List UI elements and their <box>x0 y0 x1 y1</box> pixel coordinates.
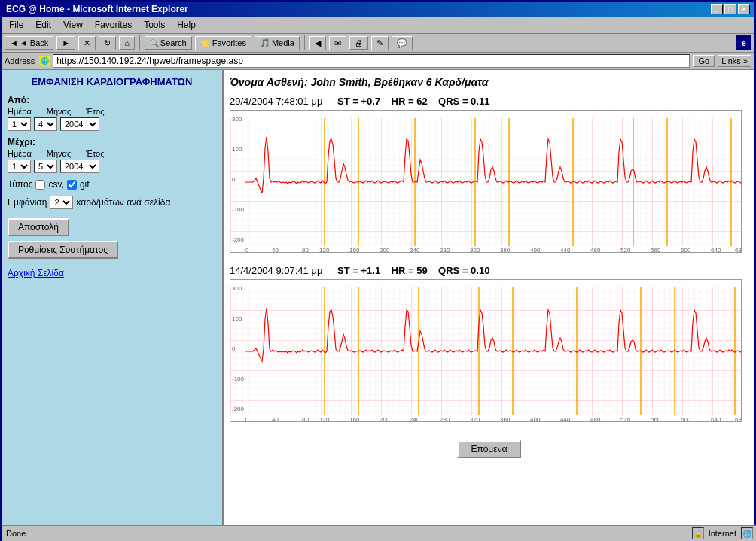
menu-file[interactable]: File <box>5 18 28 32</box>
svg-text:300: 300 <box>232 285 242 292</box>
address-icon: 🌐 <box>39 56 50 66</box>
svg-text:640: 640 <box>711 416 721 422</box>
toolbar-separator <box>139 35 140 50</box>
svg-text:-200: -200 <box>232 236 245 243</box>
left-panel: ΕΜΦΑΝΙΣΗ ΚΑΡΔΙΟΓΡΑΦΗΜΑΤΩΝ Από: Ημέρα Μήν… <box>2 70 224 527</box>
ecg-info-2: 14/4/2004 9:07:41 μμ ST = +1.1 HR = 59 Q… <box>230 265 748 276</box>
window-controls[interactable]: _ □ × <box>711 4 750 14</box>
settings-button[interactable]: Ρυθμίσεις Συστήματος <box>8 241 118 259</box>
from-day-select[interactable]: 1 <box>8 117 31 131</box>
from-year-label: Έτος <box>86 107 104 116</box>
svg-text:-100: -100 <box>232 375 245 382</box>
ecg-st-2: ST = +1.1 HR = 59 QRS = 0.10 <box>337 265 489 276</box>
menu-tools[interactable]: Tools <box>139 18 169 32</box>
svg-text:440: 440 <box>560 247 571 253</box>
svg-text:560: 560 <box>651 416 661 422</box>
favorites-icon: ⭐ <box>200 38 211 48</box>
menu-bar: File Edit View Favorites Tools Help <box>2 17 754 34</box>
gif-checkbox[interactable] <box>67 180 77 190</box>
title-bar: ECG @ Home - Microsoft Internet Explorer… <box>2 2 754 17</box>
address-label: Address <box>5 56 35 65</box>
next-button[interactable]: Επόμενα <box>457 440 520 458</box>
zone-text: Internet <box>709 529 736 538</box>
mail-button[interactable]: ✉ <box>329 36 346 50</box>
display-row: Εμφάνιση 2 1 3 καρδ/μάτων ανά σελίδα <box>8 196 216 209</box>
from-group: Από: Ημέρα Μήνας Έτος 1 4 2004 <box>8 95 216 131</box>
edit-button[interactable]: ✎ <box>371 36 389 50</box>
svg-text:160: 160 <box>349 416 360 422</box>
stop-button[interactable]: ✕ <box>78 36 96 50</box>
forward-button[interactable]: ► <box>56 36 75 50</box>
next-button-row: Επόμενα <box>230 434 748 464</box>
maximize-button[interactable]: □ <box>724 4 736 14</box>
to-day-label: Ημέρα <box>8 149 32 158</box>
close-button[interactable]: × <box>738 4 750 14</box>
favorites-button[interactable]: ⭐ Favorites <box>195 36 251 50</box>
to-inputs: 1 5 2004 <box>8 160 216 173</box>
links-button[interactable]: Links » <box>718 55 751 67</box>
from-label: Από: <box>8 95 216 105</box>
internet-icon: 🌐 <box>741 527 753 539</box>
address-bar: Address 🌐 Go Links » <box>2 53 754 70</box>
refresh-button[interactable]: ↻ <box>99 36 116 50</box>
display-select[interactable]: 2 1 3 <box>50 196 73 209</box>
svg-text:40: 40 <box>272 416 279 422</box>
svg-text:100: 100 <box>232 146 242 153</box>
to-group: Μέχρι: Ημέρα Μήνας Έτος 1 5 2004 <box>8 137 216 173</box>
to-day-select[interactable]: 1 <box>8 160 31 173</box>
from-day-label: Ημέρα <box>8 107 32 116</box>
type-row: Τύπος csv, gif <box>8 179 216 190</box>
search-icon: 🔍 <box>150 39 159 47</box>
from-month-select[interactable]: 4 <box>34 117 57 131</box>
address-input[interactable] <box>53 54 690 68</box>
media-button[interactable]: 🎵 Media <box>255 36 300 50</box>
ecg-chart-2: 300 100 0 -100 -200 0 40 80 120 160 200 … <box>230 279 742 422</box>
svg-text:480: 480 <box>590 247 601 253</box>
submit-button[interactable]: Αποστολή <box>8 218 69 236</box>
svg-text:280: 280 <box>440 416 450 422</box>
to-month-select[interactable]: 5 <box>34 160 57 173</box>
history-button[interactable]: ◀ <box>309 36 326 50</box>
ecg-st-1: ST = +0.7 HR = 62 QRS = 0.11 <box>337 96 489 107</box>
svg-text:320: 320 <box>470 416 480 422</box>
svg-text:640: 640 <box>711 247 721 253</box>
svg-text:0: 0 <box>232 176 236 183</box>
to-year-label: Έτος <box>86 149 104 158</box>
ecg-datetime-2: 14/4/2004 9:07:41 μμ <box>230 265 322 276</box>
minimize-button[interactable]: _ <box>711 4 723 14</box>
status-text: Done <box>6 529 692 538</box>
ecg-chart-1: 300 100 0 -100 -200 0 40 80 120 160 200 … <box>230 110 742 253</box>
type-label: Τύπος <box>8 179 32 190</box>
svg-text:360: 360 <box>500 416 511 422</box>
display-label: Εμφάνιση <box>8 197 47 208</box>
status-bar: Done 🔒 Internet 🌐 <box>2 525 756 541</box>
discuss-button[interactable]: 💬 <box>392 36 413 50</box>
home-button[interactable]: ⌂ <box>119 36 135 50</box>
csv-checkbox[interactable] <box>35 180 45 190</box>
to-label: Μέχρι: <box>8 137 216 147</box>
from-year-select[interactable]: 2004 <box>60 117 99 131</box>
svg-text:520: 520 <box>620 416 631 422</box>
toolbar-separator-2 <box>304 35 305 50</box>
ecg-record-1: 29/4/2004 7:48:01 μμ ST = +0.7 HR = 62 Q… <box>230 96 748 253</box>
menu-edit[interactable]: Edit <box>31 18 56 32</box>
go-button[interactable]: Go <box>693 55 715 67</box>
search-button[interactable]: 🔍 Search <box>145 36 192 50</box>
from-month-label: Μήνας <box>47 107 71 116</box>
menu-favorites[interactable]: Favorites <box>90 18 136 32</box>
menu-view[interactable]: View <box>59 18 87 32</box>
to-month-label: Μήνας <box>47 149 71 158</box>
patient-name: Όνομα Ασθενή: John Smith, Βρέθηκαν 6 Καρ… <box>230 76 748 88</box>
svg-text:200: 200 <box>380 416 390 422</box>
home-link[interactable]: Αρχική Σελίδα <box>8 268 216 278</box>
svg-text:200: 200 <box>380 247 390 253</box>
svg-text:160: 160 <box>349 247 360 253</box>
menu-help[interactable]: Help <box>172 18 200 32</box>
to-year-select[interactable]: 2004 <box>60 160 99 173</box>
security-icon: 🔒 <box>692 527 704 539</box>
svg-text:-100: -100 <box>232 206 245 213</box>
print-button[interactable]: 🖨 <box>349 36 368 50</box>
back-button[interactable]: ◄ ◄ Back <box>5 36 53 50</box>
svg-text:400: 400 <box>530 416 541 422</box>
svg-text:400: 400 <box>530 247 541 253</box>
